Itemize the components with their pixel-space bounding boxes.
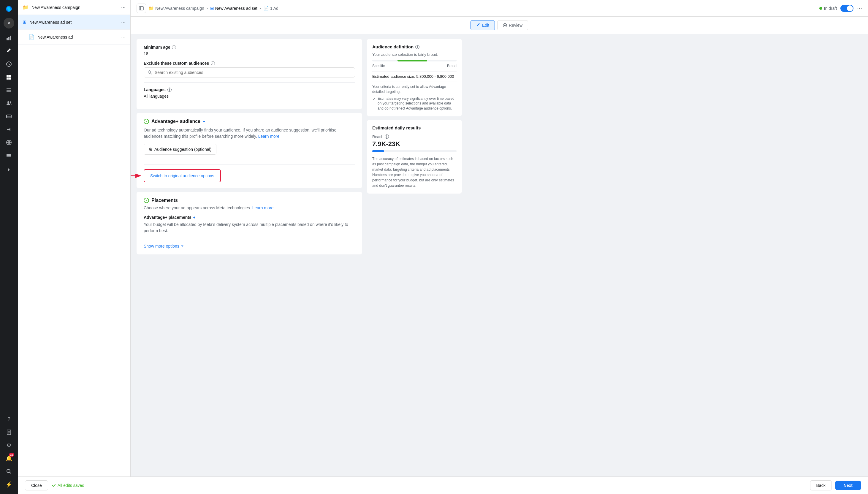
audience-def-info-icon[interactable]: i bbox=[415, 45, 420, 49]
svg-rect-27 bbox=[140, 6, 141, 10]
edit-tab-label: Edit bbox=[482, 23, 489, 27]
breadcrumb-campaign[interactable]: 📁 New Awareness campaign bbox=[149, 6, 204, 11]
section-divider-1 bbox=[144, 82, 355, 82]
campaign-item-adset[interactable]: ⊞ New Awareness ad set ··· bbox=[18, 15, 130, 30]
audience-estimates-note: Estimates may vary significantly over ti… bbox=[378, 96, 457, 111]
reach-bar-fill bbox=[372, 150, 384, 152]
menu-nav-icon[interactable] bbox=[3, 150, 15, 162]
settings-nav-icon[interactable]: ⚙ bbox=[3, 439, 15, 451]
svg-rect-1 bbox=[6, 38, 8, 40]
breadcrumb-adset[interactable]: ⊞ New Awareness ad set bbox=[210, 6, 257, 11]
card-nav-icon[interactable] bbox=[3, 111, 15, 122]
switch-original-button[interactable]: Switch to original audience options bbox=[145, 170, 220, 181]
exclude-audiences-info-icon[interactable]: i bbox=[211, 61, 215, 65]
placements-section: ✓ Placements Choose where your ad appear… bbox=[137, 192, 362, 254]
tools-nav-icon[interactable]: ⚡ bbox=[3, 478, 15, 491]
saved-indicator: All edits saved bbox=[52, 483, 84, 488]
ad-more-icon[interactable]: ··· bbox=[121, 34, 126, 40]
help-nav-icon[interactable]: ? bbox=[3, 413, 15, 425]
audience-suggestion-button[interactable]: ⊕ Audience suggestion (optional) bbox=[144, 144, 216, 155]
search-audiences-input[interactable] bbox=[155, 70, 351, 75]
advantage-placements-description: Your budget will be allocated by Meta's … bbox=[144, 222, 355, 234]
search-icon bbox=[148, 70, 152, 75]
ad-label: New Awareness ad bbox=[37, 35, 118, 39]
bc-campaign-label: New Awareness campaign bbox=[155, 6, 204, 11]
breadcrumb-bar: 📁 New Awareness campaign › ⊞ New Awarene… bbox=[131, 0, 868, 17]
collapse-sidebar-icon[interactable] bbox=[3, 164, 15, 176]
placements-header-row: ✓ Placements bbox=[144, 198, 355, 203]
reach-label: Reach bbox=[372, 134, 384, 139]
table-nav-icon[interactable] bbox=[3, 84, 15, 96]
close-panel-button[interactable]: ✕ bbox=[4, 18, 14, 28]
languages-value: All languages bbox=[144, 94, 355, 98]
back-button[interactable]: Back bbox=[810, 480, 832, 491]
meta-logo-icon bbox=[4, 3, 14, 14]
advantage-audience-section: ✓ Advantage+ audience + Our ad technolog… bbox=[137, 113, 362, 188]
search-audiences-input-wrapper[interactable] bbox=[144, 68, 355, 77]
svg-rect-6 bbox=[9, 75, 11, 77]
audience-meter-labels: Specific Broad bbox=[372, 64, 457, 68]
close-button[interactable]: Close bbox=[25, 480, 48, 491]
top-more-button[interactable]: ··· bbox=[857, 5, 862, 12]
basic-targeting-section: Minimum age i 18 Exclude these custom au… bbox=[137, 39, 362, 109]
next-button[interactable]: Next bbox=[835, 481, 861, 490]
meter-label-specific: Specific bbox=[372, 64, 385, 68]
reach-value: 7.9K-23K bbox=[372, 140, 457, 148]
people-nav-icon[interactable] bbox=[3, 97, 15, 109]
edit-tab-button[interactable]: Edit bbox=[470, 20, 495, 30]
campaign-item-campaign[interactable]: 📁 New Awareness campaign ··· bbox=[18, 0, 130, 15]
chart-nav-icon[interactable] bbox=[3, 32, 15, 44]
switch-original-highlighted-border: Switch to original audience options bbox=[144, 169, 221, 182]
svg-rect-20 bbox=[6, 156, 11, 157]
show-more-options-button[interactable]: Show more options bbox=[144, 244, 355, 248]
campaign-item-ad[interactable]: 📄 New Awareness ad ··· bbox=[18, 30, 130, 44]
advantage-divider bbox=[144, 164, 355, 165]
advantage-learn-more-link[interactable]: Learn more bbox=[258, 134, 279, 139]
exclude-audiences-label-row: Exclude these custom audiences i bbox=[144, 61, 355, 65]
audience-suggestion-label: Audience suggestion (optional) bbox=[154, 147, 211, 152]
campaign-folder-icon: 📁 bbox=[23, 4, 28, 10]
svg-rect-8 bbox=[9, 77, 11, 79]
bc-folder-icon: 📁 bbox=[149, 6, 154, 11]
review-tab-button[interactable]: Review bbox=[497, 20, 528, 30]
languages-label: Languages bbox=[144, 87, 166, 92]
search-nav-icon[interactable] bbox=[3, 466, 15, 477]
audience-definition-card: Audience definition i Your audience sele… bbox=[367, 39, 462, 116]
min-age-info-icon[interactable]: i bbox=[172, 45, 176, 49]
audience-meter-bar bbox=[372, 60, 457, 61]
review-tab-label: Review bbox=[509, 23, 522, 27]
card-divider-2 bbox=[372, 82, 457, 82]
clock-nav-icon[interactable] bbox=[3, 58, 15, 70]
breadcrumb-ad[interactable]: 📄 1 Ad bbox=[263, 6, 278, 11]
advantage-plus-icon: + bbox=[203, 119, 205, 124]
daily-results-title: Estimated daily results bbox=[372, 125, 457, 130]
breadcrumb-sep-2: › bbox=[260, 6, 261, 11]
min-age-label: Minimum age bbox=[144, 45, 170, 50]
campaign-more-icon[interactable]: ··· bbox=[121, 4, 126, 11]
red-arrow-svg bbox=[131, 171, 144, 180]
megaphone-nav-icon[interactable] bbox=[3, 124, 15, 135]
form-scroll-area: Minimum age i 18 Exclude these custom au… bbox=[131, 39, 868, 494]
svg-rect-26 bbox=[139, 6, 143, 10]
svg-rect-7 bbox=[6, 77, 8, 79]
adset-more-icon[interactable]: ··· bbox=[121, 19, 126, 25]
plus-icon: ⊕ bbox=[149, 146, 153, 152]
audience-def-title-row: Audience definition i bbox=[372, 44, 457, 49]
notification-badge: 10 bbox=[9, 453, 14, 457]
card-divider-1 bbox=[372, 72, 457, 72]
pencil-nav-icon[interactable] bbox=[3, 45, 15, 57]
org-nav-icon[interactable] bbox=[3, 136, 15, 149]
reach-info-icon[interactable]: i bbox=[385, 134, 389, 139]
languages-info-icon[interactable]: i bbox=[168, 88, 172, 92]
placements-learn-more-link[interactable]: Learn more bbox=[252, 206, 274, 210]
doc-nav-icon[interactable] bbox=[3, 426, 15, 438]
campaign-tree-panel: 📁 New Awareness campaign ··· ⊞ New Aware… bbox=[18, 0, 131, 494]
draft-toggle[interactable] bbox=[841, 5, 853, 12]
notification-nav-icon[interactable]: 🔔 10 bbox=[3, 453, 15, 464]
svg-point-12 bbox=[7, 101, 9, 103]
collapse-panel-button[interactable] bbox=[137, 3, 146, 13]
min-age-value: 18 bbox=[144, 51, 355, 56]
audience-targeting-note: Your criteria is currently set to allow … bbox=[372, 84, 457, 94]
grid-nav-icon[interactable] bbox=[3, 71, 15, 83]
bc-adset-label: New Awareness ad set bbox=[215, 6, 257, 11]
